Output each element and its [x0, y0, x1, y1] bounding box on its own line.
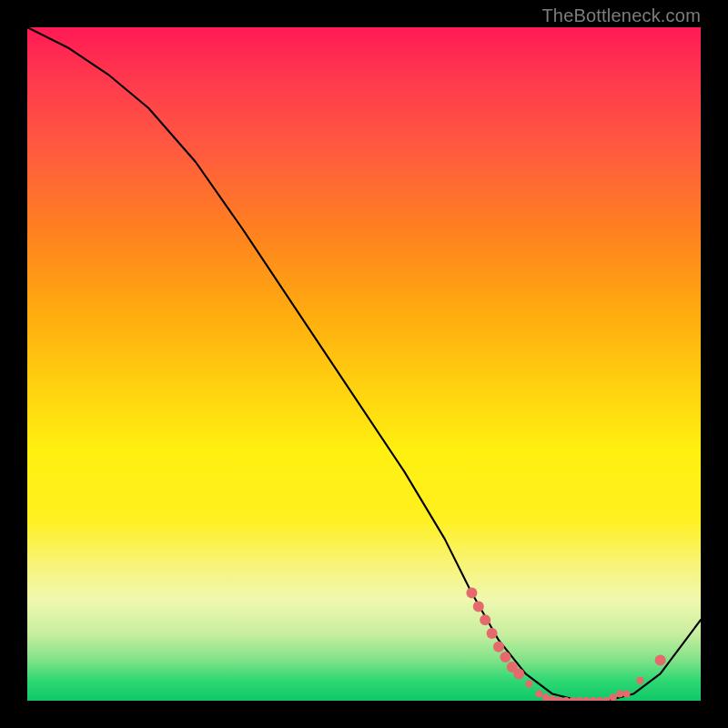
data-marker [480, 614, 490, 625]
data-marker [616, 691, 623, 698]
data-marker [636, 677, 643, 684]
data-marker [542, 693, 550, 701]
data-marker [590, 697, 597, 701]
data-marker [596, 697, 603, 701]
chart-container: TheBottleneck.com [0, 0, 728, 728]
data-marker [513, 668, 524, 679]
data-marker [493, 642, 504, 652]
data-marker [473, 601, 484, 612]
data-marker [500, 652, 511, 662]
data-marker [549, 696, 556, 701]
data-marker [610, 693, 617, 701]
data-markers [466, 588, 665, 701]
data-marker [602, 697, 610, 701]
attribution-label: TheBottleneck.com [541, 5, 701, 26]
data-marker [535, 691, 542, 698]
data-marker [556, 697, 563, 701]
chart-svg [27, 27, 701, 701]
data-marker [576, 697, 583, 701]
data-marker [466, 588, 477, 599]
data-marker [655, 655, 666, 666]
data-marker [582, 697, 590, 701]
data-marker [487, 628, 498, 639]
data-marker [525, 681, 532, 688]
curve-line [27, 27, 701, 701]
data-marker [623, 691, 631, 698]
